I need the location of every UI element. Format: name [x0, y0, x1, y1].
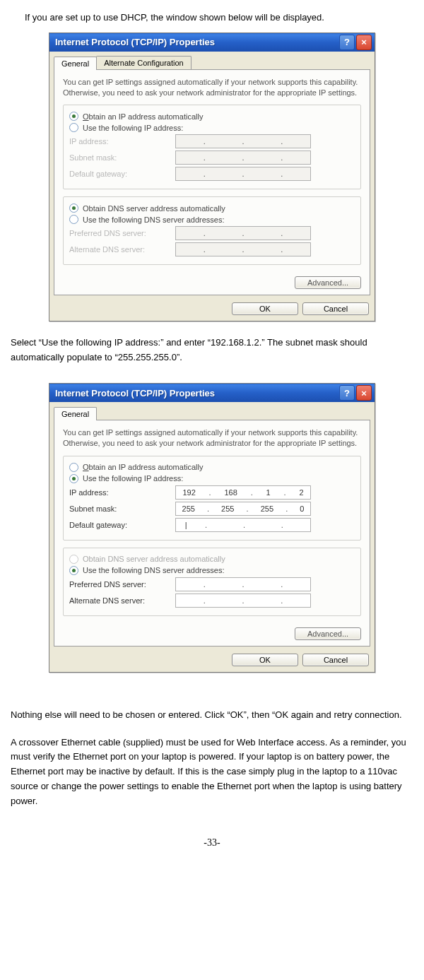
input-mask[interactable]: 255. 255. 255. 0	[175, 502, 311, 516]
input-mask[interactable]: ...	[175, 150, 311, 165]
para-intro: If you are set up to use DHCP, the windo…	[25, 11, 413, 25]
radio-use-dns[interactable]: Use the following DNS server addresses:	[69, 566, 355, 575]
panel: You can get IP settings assigned automat…	[54, 69, 370, 296]
radio-icon	[69, 215, 78, 224]
para-select: Select “Use the following IP address:” a…	[11, 336, 413, 365]
label-mask: Subnet mask:	[69, 153, 175, 162]
ip-cursor: |	[185, 521, 187, 529]
label-ip: IP address:	[69, 137, 175, 146]
tab-alternate[interactable]: Alternate Configuration	[96, 56, 192, 69]
advanced-row: Advanced...	[63, 623, 361, 640]
label-alt-dns: Alternate DNS server:	[69, 245, 175, 254]
panel: You can get IP settings assigned automat…	[54, 420, 370, 647]
advanced-row: Advanced...	[63, 272, 361, 289]
row-mask: Subnet mask: ...	[69, 150, 355, 165]
row-ip: IP address: 192. 168. 1. 2	[69, 485, 355, 500]
ok-button[interactable]: OK	[232, 654, 298, 666]
input-ip[interactable]: ...	[175, 134, 311, 148]
para-nothing-else: Nothing else will need to be chosen or e…	[11, 708, 413, 723]
radio-use-dns-label: Use the following DNS server addresses:	[83, 566, 225, 574]
dns-group: Obtain DNS server address automatically …	[63, 196, 361, 265]
input-alt-dns[interactable]: ...	[175, 242, 311, 256]
ip-octet: 0	[300, 504, 304, 513]
label-gateway: Default gateway:	[69, 170, 175, 178]
radio-auto-dns: Obtain DNS server address automatically	[69, 555, 355, 564]
ip-group: Obtain an IP address automatically Use t…	[63, 456, 361, 541]
row-pref-dns: Preferred DNS server: ...	[69, 577, 355, 591]
help-button[interactable]: ?	[339, 35, 355, 50]
bottom-buttons: OK Cancel	[49, 651, 375, 672]
window-title: Internet Protocol (TCP/IP) Properties	[55, 388, 338, 399]
close-button[interactable]: ×	[356, 35, 372, 50]
cancel-button[interactable]: Cancel	[302, 654, 369, 666]
row-alt-dns: Alternate DNS server: ...	[69, 594, 355, 608]
tab-strip: General Alternate Configuration	[49, 52, 375, 69]
page-number: -33-	[11, 837, 413, 849]
radio-icon	[69, 474, 78, 483]
input-pref-dns[interactable]: ...	[175, 226, 311, 240]
label-pref-dns: Preferred DNS server:	[69, 580, 175, 589]
radio-use-ip[interactable]: Use the following IP address:	[69, 123, 355, 132]
radio-icon	[69, 463, 78, 472]
radio-use-ip-label: Use the following IP address:	[83, 474, 183, 483]
dns-group: Obtain DNS server address automatically …	[63, 548, 361, 616]
tab-general[interactable]: General	[54, 407, 97, 420]
row-gateway: Default gateway: ...	[69, 167, 355, 181]
radio-use-ip-label: Use the following IP address:	[83, 124, 183, 132]
ip-octet: 255	[261, 504, 273, 513]
radio-icon	[69, 555, 78, 564]
radio-auto-ip[interactable]: Obtain an IP address automatically	[69, 112, 355, 121]
panel-desc: You can get IP settings assigned automat…	[63, 427, 361, 449]
row-mask: Subnet mask: 255. 255. 255. 0	[69, 502, 355, 516]
row-gateway: Default gateway: |. ..	[69, 518, 355, 532]
label-alt-dns: Alternate DNS server:	[69, 596, 175, 605]
ip-octet: 168	[224, 488, 237, 497]
label-ip: IP address:	[69, 488, 175, 497]
advanced-button[interactable]: Advanced...	[295, 276, 361, 289]
radio-use-dns-label: Use the following DNS server addresses:	[83, 216, 225, 224]
window-title: Internet Protocol (TCP/IP) Properties	[55, 37, 338, 47]
advanced-button[interactable]: Advanced...	[295, 627, 361, 640]
radio-icon	[69, 123, 78, 132]
radio-use-dns[interactable]: Use the following DNS server addresses:	[69, 215, 355, 224]
row-pref-dns: Preferred DNS server: ...	[69, 226, 355, 240]
input-ip[interactable]: 192. 168. 1. 2	[175, 485, 311, 500]
radio-icon	[69, 112, 78, 121]
input-gateway[interactable]: ...	[175, 167, 311, 181]
radio-auto-ip-label: Obtain an IP address automatically	[83, 463, 203, 471]
label-pref-dns: Preferred DNS server:	[69, 229, 175, 237]
tcpip-dialog-auto: Internet Protocol (TCP/IP) Properties ? …	[49, 33, 375, 322]
titlebar: Internet Protocol (TCP/IP) Properties ? …	[49, 33, 375, 52]
ip-octet: 2	[299, 488, 303, 497]
bottom-buttons: OK Cancel	[49, 300, 375, 321]
input-gateway[interactable]: |. ..	[175, 518, 311, 532]
ok-button[interactable]: OK	[232, 302, 298, 315]
radio-auto-ip-label: Obtain an IP address automatically	[83, 112, 203, 121]
row-alt-dns: Alternate DNS server: ...	[69, 242, 355, 256]
tcpip-dialog-manual: Internet Protocol (TCP/IP) Properties ? …	[49, 383, 375, 673]
panel-desc: You can get IP settings assigned automat…	[63, 77, 361, 98]
tab-general[interactable]: General	[54, 57, 97, 70]
radio-auto-dns-label: Obtain DNS server address automatically	[83, 555, 225, 563]
cancel-button[interactable]: Cancel	[302, 302, 369, 315]
input-pref-dns[interactable]: ...	[175, 577, 311, 591]
ip-group: Obtain an IP address automatically Use t…	[63, 105, 361, 189]
help-button[interactable]: ?	[339, 385, 355, 401]
close-button[interactable]: ×	[356, 385, 372, 401]
radio-auto-ip[interactable]: Obtain an IP address automatically	[69, 463, 355, 472]
titlebar: Internet Protocol (TCP/IP) Properties ? …	[49, 384, 375, 402]
row-ip: IP address: ...	[69, 134, 355, 148]
radio-use-ip[interactable]: Use the following IP address:	[69, 474, 355, 483]
tab-strip: General	[49, 402, 375, 420]
ip-octet: 255	[221, 504, 234, 513]
radio-icon	[69, 203, 78, 213]
label-mask: Subnet mask:	[69, 504, 175, 513]
input-alt-dns[interactable]: ...	[175, 594, 311, 608]
ip-octet: 192	[182, 488, 195, 497]
para-crossover: A crossover Ethernet cable (supplied) mu…	[11, 736, 413, 809]
radio-icon	[69, 566, 78, 575]
radio-auto-dns[interactable]: Obtain DNS server address automatically	[69, 203, 355, 213]
label-gateway: Default gateway:	[69, 521, 175, 529]
ip-octet: 255	[182, 504, 195, 513]
radio-auto-dns-label: Obtain DNS server address automatically	[83, 204, 225, 213]
